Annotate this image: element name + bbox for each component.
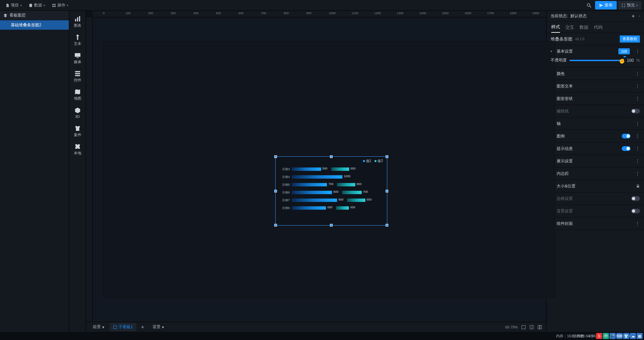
- fit-icon[interactable]: [521, 325, 526, 330]
- resize-handle-sw[interactable]: [274, 224, 277, 227]
- section-color[interactable]: ▸颜色⋮: [547, 68, 644, 80]
- footer-tab-add[interactable]: +: [138, 324, 147, 330]
- resize-handle-w[interactable]: [274, 190, 277, 192]
- bar-track: 900650: [292, 199, 383, 202]
- ruler-tick: 600: [239, 11, 244, 15]
- layers-empty-area[interactable]: [0, 30, 69, 332]
- grid-toggle-icon[interactable]: [529, 325, 534, 330]
- resize-handle-s[interactable]: [330, 224, 333, 227]
- tool-text[interactable]: 文本: [69, 31, 86, 49]
- footer-tab-foreground[interactable]: 前景▾: [89, 323, 108, 331]
- tool-chart[interactable]: 图表: [69, 13, 86, 30]
- shirt-tray-icon[interactable]: 👕: [623, 333, 629, 339]
- tooltip-arrow-icon: [623, 56, 626, 58]
- resize-handle-ne[interactable]: [386, 155, 388, 158]
- ruler-tick: 1800: [510, 11, 516, 15]
- section-more-icon[interactable]: ⋮: [635, 171, 640, 176]
- search-button[interactable]: [584, 1, 594, 10]
- legend-dot-icon: [374, 160, 376, 162]
- selected-widget[interactable]: 值1 值2 示例3580650示例41005示例5700650示例6800700…: [275, 156, 387, 226]
- next-state-button[interactable]: ›: [639, 14, 640, 18]
- toggle-background[interactable]: [631, 209, 640, 213]
- toggle-guides[interactable]: [631, 109, 640, 113]
- footer-tab-child[interactable]: 子看板1: [110, 323, 136, 331]
- section-graph-text[interactable]: ▸图形文本⋮: [547, 80, 644, 92]
- section-more-icon[interactable]: ⋮: [635, 221, 640, 226]
- section-basic-header[interactable]: ▾ 基本设置 100 ⋮: [547, 45, 644, 57]
- menu-project[interactable]: 项目 ▾: [3, 1, 25, 9]
- opacity-slider[interactable]: ✊: [569, 60, 622, 61]
- section-padding[interactable]: ▸内边距⋮: [547, 167, 644, 180]
- ime-cn-icon[interactable]: 中: [603, 333, 609, 339]
- svg-rect-11: [76, 57, 79, 58]
- section-size-pos[interactable]: ▸大小&位置: [547, 180, 644, 192]
- section-display[interactable]: ▸展示设置⋮: [547, 155, 644, 167]
- section-more-icon[interactable]: ⋮: [635, 83, 640, 89]
- bar-category-label: 示例4: [280, 175, 290, 179]
- resize-handle-se[interactable]: [386, 224, 388, 227]
- resize-handle-e[interactable]: [386, 190, 388, 192]
- tool-suite[interactable]: 套件: [69, 122, 86, 140]
- toggle-border[interactable]: [631, 196, 640, 201]
- tool-media[interactable]: 媒体: [69, 49, 86, 67]
- section-legend[interactable]: ▸图例⋮: [547, 130, 644, 142]
- section-more-icon[interactable]: ⋮: [635, 71, 640, 76]
- legend-dot-icon: [363, 160, 365, 162]
- state-value[interactable]: 默认状态: [570, 13, 587, 19]
- apps-tray-icon[interactable]: ▦: [637, 333, 643, 339]
- artboard[interactable]: 值1 值2 示例3580650示例41005示例5700650示例6800700…: [103, 41, 555, 298]
- resize-handle-n[interactable]: [330, 155, 333, 158]
- tool-3d-label: 3D: [75, 114, 80, 119]
- section-axis[interactable]: ▸轴⋮: [547, 117, 644, 130]
- section-more-icon[interactable]: ⋮: [635, 49, 640, 54]
- section-tooltip[interactable]: ▸提示信息⋮: [547, 142, 644, 155]
- footer-tab-background[interactable]: 背景▾: [149, 323, 167, 331]
- status-bar-row2: 组件数: 1 / 1 S 中 🎤 ⌨ 👕 ☁ ▦: [573, 333, 643, 339]
- section-graph-text-label: 图形文本: [557, 83, 573, 89]
- tool-control[interactable]: 控件: [69, 68, 86, 85]
- section-guides[interactable]: ▸辅助线: [547, 105, 644, 117]
- section-more-icon[interactable]: ⋮: [635, 146, 640, 151]
- layout-icon[interactable]: [537, 325, 542, 330]
- keyboard-icon[interactable]: ⌨: [616, 333, 622, 339]
- opacity-value[interactable]: 100: [625, 58, 634, 63]
- ime-icon[interactable]: S: [596, 333, 602, 339]
- tab-style[interactable]: 样式: [551, 22, 560, 33]
- tool-3d[interactable]: 3D: [69, 104, 86, 122]
- layer-item-label: 基础堆叠条形图2: [11, 22, 41, 28]
- tab-interact[interactable]: 交互: [565, 22, 574, 32]
- menu-actions[interactable]: 操作 ▾: [49, 1, 71, 9]
- resize-handle-nw[interactable]: [274, 155, 277, 158]
- section-more-icon[interactable]: ⋮: [635, 121, 640, 126]
- section-graph-shape[interactable]: ▸图形形状⋮: [547, 93, 644, 105]
- cloud-tray-icon[interactable]: ☁: [630, 333, 636, 339]
- preview-button[interactable]: 预览 ▾: [618, 1, 641, 9]
- tool-map[interactable]: 地图: [69, 86, 86, 103]
- tab-code[interactable]: 代码: [594, 22, 603, 32]
- stage[interactable]: 值1 值2 示例3580650示例41005示例5700650示例6800700…: [93, 18, 546, 322]
- tab-data[interactable]: 数据: [580, 22, 588, 32]
- section-more-icon[interactable]: ⋮: [635, 158, 640, 164]
- section-more-icon[interactable]: ⋮: [635, 133, 640, 139]
- view-doc-button[interactable]: 查看教程: [620, 35, 640, 43]
- bar-value-1: 800: [333, 190, 341, 193]
- section-border[interactable]: ▸边框设置: [547, 192, 644, 205]
- status-comp-count: 组件数: 1 / 1: [573, 334, 593, 339]
- add-state-button[interactable]: +: [632, 13, 635, 19]
- bar-track: 1005: [292, 175, 383, 179]
- bar-value-1: 1005: [344, 175, 352, 178]
- publish-button[interactable]: 发布: [595, 1, 617, 9]
- tool-map-label: 地图: [74, 96, 81, 101]
- section-background[interactable]: ▸背景设置: [547, 205, 644, 217]
- layer-item-active[interactable]: 基础堆叠条形图2: [0, 20, 69, 30]
- mic-icon[interactable]: 🎤: [610, 333, 616, 339]
- zoom-value[interactable]: 69.79%: [505, 325, 518, 329]
- toggle-legend[interactable]: [622, 134, 631, 138]
- menu-data[interactable]: 数据 ▾: [26, 1, 48, 9]
- lock-icon[interactable]: [636, 184, 640, 188]
- bar-category-label: 示例5: [280, 183, 290, 187]
- section-cover[interactable]: ▸组件封面⋮: [547, 217, 644, 230]
- section-more-icon[interactable]: ⋮: [635, 96, 640, 101]
- tool-local[interactable]: 本地: [69, 140, 86, 158]
- toggle-tooltip[interactable]: [622, 146, 631, 151]
